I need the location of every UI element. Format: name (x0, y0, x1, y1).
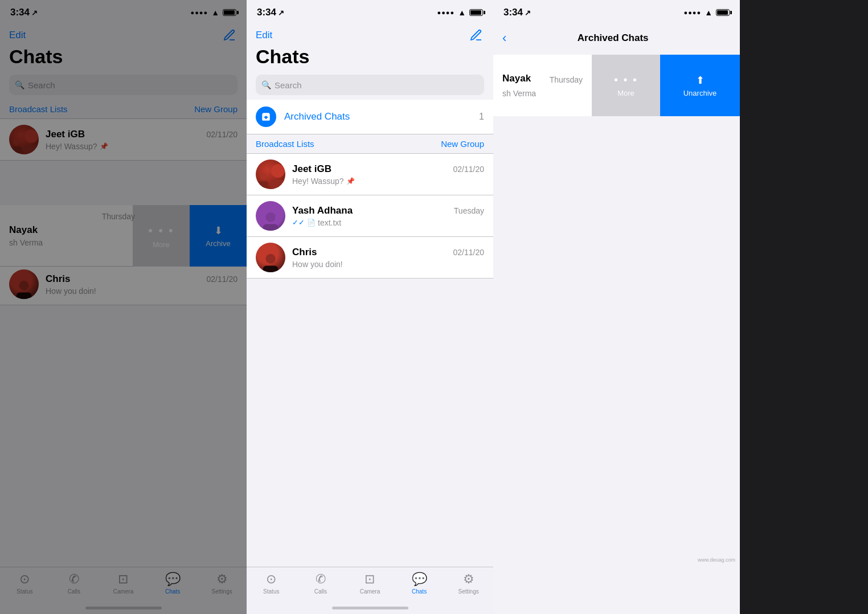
chat-content-jeet-1: Jeet iGB 02/11/20 Hey! Wassup? 📌 (46, 129, 238, 151)
svg-rect-1 (11, 146, 22, 153)
camera-tab-icon-1: ⊡ (118, 572, 128, 587)
settings-tab-label-2: Settings (458, 588, 479, 595)
chat-msg-jeet-2: Hey! Wassup? (292, 177, 344, 186)
edit-button-2[interactable]: Edit (256, 30, 272, 41)
svg-point-6 (260, 173, 267, 180)
status-time-1: 3:34 ↗ (10, 7, 38, 18)
status-bar-3: 3:34 ↗ ●●●● ▲ (493, 0, 740, 25)
pin-icon-jeet-1: 📌 (100, 142, 108, 150)
compose-button-1[interactable] (222, 27, 238, 43)
chat-item-yash-2[interactable]: Yash Adhana Tuesday ✓✓ 📄 text.txt (247, 195, 493, 237)
camera-tab-label-2: Camera (360, 588, 380, 595)
tab-status-2[interactable]: ⊙ Status (247, 572, 296, 595)
broadcast-lists-link-1[interactable]: Broadcast Lists (9, 104, 68, 114)
status-time-3: 3:34 ↗ (503, 7, 531, 18)
search-bar-1[interactable]: 🔍 Search (9, 75, 238, 95)
svg-point-0 (13, 138, 20, 145)
search-bar-2[interactable]: 🔍 Search (256, 75, 484, 95)
nav-bar-1: Edit (0, 25, 247, 46)
signal-icon: ●●●● (191, 9, 208, 16)
settings-tab-label-1: Settings (212, 588, 232, 595)
chat-msg-yash-2: text.txt (318, 218, 341, 227)
unarchive-action-button-3[interactable]: ⬆ Unarchive (660, 55, 740, 116)
svg-point-4 (19, 281, 28, 290)
avatar-yash-2 (256, 201, 285, 231)
chat-msg-chris-2: How you doin! (292, 260, 343, 269)
new-group-link-2[interactable]: New Group (441, 139, 484, 149)
screen-title-1: Chats (0, 46, 247, 72)
search-icon-1: 🔍 (15, 80, 24, 89)
search-icon-2: 🔍 (261, 80, 271, 89)
tab-settings-1[interactable]: ⚙ Settings (197, 572, 247, 595)
camera-tab-label-1: Camera (113, 588, 134, 595)
search-placeholder-1: Search (28, 80, 55, 90)
tab-camera-1[interactable]: ⊡ Camera (99, 572, 148, 595)
chats-tab-icon-1: 💬 (165, 572, 181, 587)
tab-status-1[interactable]: ⊙ Status (0, 572, 50, 595)
chats-tab-icon-2: 💬 (412, 572, 427, 587)
chat-content-yash-2: Yash Adhana Tuesday ✓✓ 📄 text.txt (292, 205, 484, 227)
calls-tab-label-2: Calls (314, 588, 327, 595)
settings-tab-icon-2: ⚙ (463, 572, 474, 587)
archive-action-button-1[interactable]: ⬇ Archive (190, 205, 247, 267)
settings-tab-icon-1: ⚙ (216, 572, 228, 587)
chat-name-chris-1: Chris (46, 273, 70, 285)
archived-banner-2[interactable]: Archived Chats 1 (247, 100, 493, 134)
watermark-3: www.deuag.com (698, 557, 735, 563)
tab-calls-2[interactable]: ✆ Calls (296, 572, 346, 595)
location-arrow-icon: ↗ (31, 9, 38, 17)
home-indicator-1 (85, 607, 162, 609)
screen-title-2: Chats (247, 46, 493, 72)
archived-label-2: Archived Chats (284, 111, 471, 122)
home-indicator-2 (332, 607, 408, 609)
swipe-time-3: Thursday (550, 75, 583, 84)
svg-point-8 (265, 212, 275, 222)
tab-chats-2[interactable]: 💬 Chats (395, 572, 444, 595)
battery-icon-3 (716, 9, 730, 16)
more-action-button-3[interactable]: • • • More (592, 55, 660, 116)
swipe-sub-3: sh Verma (502, 89, 583, 98)
chat-item-chris-1[interactable]: Chris 02/11/20 How you doin! (0, 264, 247, 305)
broadcast-lists-link-2[interactable]: Broadcast Lists (256, 139, 314, 149)
tab-settings-2[interactable]: ⚙ Settings (444, 572, 493, 595)
swipe-name-3: Nayak (502, 73, 531, 84)
svg-rect-7 (258, 181, 268, 188)
tab-chats-1[interactable]: 💬 Chats (148, 572, 198, 595)
swipe-sub-1: sh Verma (9, 238, 124, 247)
more-label-1: More (153, 240, 170, 249)
search-placeholder-2: Search (275, 80, 302, 90)
chat-name-jeet-1: Jeet iGB (46, 129, 85, 140)
panel-1: 3:34 ↗ ●●●● ▲ Edit Chats 🔍 Search Broadc… (0, 0, 247, 614)
compose-button-2[interactable] (468, 27, 484, 43)
more-action-button-1[interactable]: • • • More (133, 205, 190, 267)
panel-3: 3:34 ↗ ●●●● ▲ ‹ Archived Chats Nayak Thu… (493, 0, 740, 614)
status-tab-label-2: Status (263, 588, 279, 595)
tab-bar-1: ⊙ Status ✆ Calls ⊡ Camera 💬 Chats ⚙ Sett… (0, 567, 247, 614)
calls-tab-icon-1: ✆ (69, 572, 79, 587)
chat-item-jeet-1[interactable]: Jeet iGB 02/11/20 Hey! Wassup? 📌 (0, 119, 247, 161)
back-button-3[interactable]: ‹ (502, 31, 506, 46)
chat-time-chris-1: 02/11/20 (207, 275, 238, 284)
new-group-link-1[interactable]: New Group (194, 104, 238, 114)
edit-button-1[interactable]: Edit (9, 30, 26, 41)
links-row-2: Broadcast Lists New Group (247, 134, 493, 154)
battery-icon (223, 9, 236, 16)
chats-tab-label-2: Chats (412, 588, 427, 595)
signal-icon-3: ●●●● (684, 9, 702, 16)
camera-tab-icon-2: ⊡ (365, 572, 375, 587)
swipe-name-1: Nayak (9, 224, 124, 236)
svg-rect-9 (263, 224, 279, 231)
chat-item-chris-2[interactable]: Chris 02/11/20 How you doin! (247, 237, 493, 279)
wifi-icon: ▲ (211, 8, 219, 17)
status-bar-1: 3:34 ↗ ●●●● ▲ (0, 0, 247, 25)
swipe-content-3: Nayak Thursday sh Verma (493, 55, 592, 116)
chat-item-jeet-2[interactable]: Jeet iGB 02/11/20 Hey! Wassup? 📌 (247, 154, 493, 195)
more-dots-icon-1: • • • (148, 223, 174, 238)
tab-bar-2: ⊙ Status ✆ Calls ⊡ Camera 💬 Chats ⚙ Sett… (247, 567, 493, 614)
status-icons-2: ●●●● ▲ (437, 8, 483, 17)
tab-camera-2[interactable]: ⊡ Camera (345, 572, 395, 595)
archive-icon-box-2 (256, 107, 276, 127)
nav-bar-2: Edit (247, 25, 493, 46)
signal-icon-2: ●●●● (437, 9, 455, 16)
tab-calls-1[interactable]: ✆ Calls (50, 572, 99, 595)
